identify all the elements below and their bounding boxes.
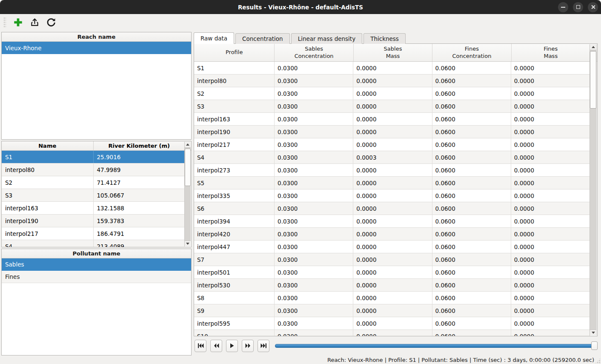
profile-table-row[interactable]: interpol8047.9989 [2, 163, 185, 176]
data-table-cell: 0.0000 [511, 253, 590, 266]
profile-table-row[interactable]: S4213.4089 [2, 240, 185, 247]
data-table-cell: interpol530 [194, 279, 275, 291]
data-table-row[interactable]: interpol1900.03000.00000.06000.0000 [194, 126, 590, 138]
data-table-row[interactable]: S70.03000.00000.06000.0000 [194, 253, 590, 266]
data-table-row[interactable]: interpol4200.03000.00000.06000.0000 [194, 228, 590, 241]
pollutant-panel-header: Pollutant name [2, 249, 191, 258]
data-table-cell: 0.0000 [353, 292, 432, 304]
data-table-cell: 0.0000 [511, 202, 590, 215]
data-table-row[interactable]: interpol3940.03000.00000.06000.0000 [194, 215, 590, 228]
scrollbar-thumb[interactable] [185, 149, 191, 186]
profile-table-row[interactable]: S125.9016 [2, 151, 185, 163]
scrollbar-thumb[interactable] [590, 51, 596, 109]
data-table-cell: 0.0300 [275, 87, 353, 100]
data-table-row[interactable]: S10.03000.00000.06000.0000 [194, 62, 590, 75]
data-table-cell: 0.0600 [432, 87, 511, 100]
close-button[interactable] [588, 2, 598, 12]
export-button[interactable] [29, 17, 40, 28]
time-slider[interactable] [275, 341, 597, 350]
data-column-header[interactable]: FinesConcentration [432, 44, 511, 61]
data-table-cell: 0.0000 [511, 75, 590, 87]
minimize-button[interactable] [558, 2, 568, 12]
reach-list-item[interactable]: Vieux-Rhone [2, 42, 191, 54]
data-table-cell: interpol163 [194, 113, 275, 125]
data-table-row[interactable]: interpol5950.03000.00000.06000.0000 [194, 317, 590, 330]
toolbar-drag-handle[interactable] [3, 17, 6, 28]
data-table-row[interactable]: S80.03000.00000.06000.0000 [194, 292, 590, 304]
data-table-row[interactable]: interpol2170.03000.00000.06000.0000 [194, 138, 590, 151]
profile-table-row[interactable]: S271.4127 [2, 176, 185, 189]
data-table-row[interactable]: S50.03000.00000.06000.0000 [194, 177, 590, 189]
refresh-button[interactable] [46, 17, 57, 28]
data-table-cell: interpol80 [194, 75, 275, 87]
fast-forward-button[interactable] [242, 340, 254, 352]
pollutant-list-item[interactable]: Sables [2, 258, 191, 271]
profile-table-row[interactable]: interpol217186.4791 [2, 227, 185, 240]
scroll-up-arrow[interactable] [590, 44, 596, 50]
data-table-cell: 0.0000 [353, 138, 432, 151]
data-table-cell: 0.0000 [353, 279, 432, 291]
data-table-row[interactable]: S90.03000.00000.06000.0000 [194, 304, 590, 317]
profile-table-cell: 71.4127 [94, 176, 185, 189]
profile-column-header[interactable]: River Kilometer (m) [94, 141, 185, 150]
data-table-cell: 0.0300 [275, 292, 353, 304]
profile-table-row[interactable]: interpol163132.1588 [2, 202, 185, 215]
data-table-cell: 0.0600 [432, 292, 511, 304]
data-table-cell: interpol335 [194, 189, 275, 202]
profile-table-scrollbar[interactable] [184, 142, 191, 246]
data-table-cell: 0.0000 [353, 126, 432, 138]
data-table-cell: interpol595 [194, 317, 275, 330]
data-column-header[interactable]: SablesMass [354, 44, 432, 61]
tab-concentration[interactable]: Concentration [235, 33, 290, 44]
data-column-header[interactable]: Profile [194, 44, 275, 61]
pollutant-list-item[interactable]: Fines [2, 271, 191, 283]
data-column-header[interactable]: SablesConcentration [275, 44, 353, 61]
close-icon [591, 5, 595, 9]
data-table-cell: 0.0600 [432, 241, 511, 253]
tab-linear-mass-density[interactable]: Linear mass density [291, 33, 363, 44]
time-slider-handle[interactable] [591, 341, 598, 350]
data-table-row[interactable]: interpol2730.03000.00000.06000.0000 [194, 164, 590, 177]
data-table-row[interactable]: interpol1630.03000.00000.06000.0000 [194, 113, 590, 126]
profile-table-cell: 186.4791 [94, 227, 185, 240]
data-table-cell: S7 [194, 253, 275, 266]
add-button[interactable] [12, 17, 23, 28]
app-window: Results - Vieux-Rhône - default-AdisTS [0, 0, 601, 364]
data-table-row[interactable]: S40.03000.00030.06000.0000 [194, 151, 590, 164]
tab-thickness[interactable]: Thickness [363, 33, 406, 44]
data-table-row[interactable]: interpol5300.03000.00000.06000.0000 [194, 279, 590, 292]
scroll-up-arrow[interactable] [185, 142, 191, 148]
data-table-row[interactable]: S30.03000.00000.06000.0000 [194, 100, 590, 113]
data-table-row[interactable]: S60.03000.00000.06000.0000 [194, 202, 590, 215]
profile-table-cell: interpol163 [2, 202, 94, 214]
scroll-down-arrow[interactable] [590, 330, 596, 335]
window-controls [558, 0, 598, 14]
scroll-down-arrow[interactable] [185, 241, 191, 246]
profile-column-header[interactable]: Name [2, 141, 94, 150]
data-table-row[interactable]: interpol3350.03000.00000.06000.0000 [194, 189, 590, 202]
data-table-head: ProfileSablesConcentrationSablesMassFine… [194, 44, 597, 62]
play-button[interactable] [226, 340, 238, 352]
data-table-row[interactable]: interpol4470.03000.00000.06000.0000 [194, 241, 590, 253]
data-table-cell: 0.0300 [275, 177, 353, 189]
data-column-header[interactable]: FinesMass [512, 44, 590, 61]
tab-raw-data[interactable]: Raw data [194, 32, 234, 44]
data-table-scrollbar[interactable] [590, 44, 597, 335]
data-table-row[interactable]: interpol5010.03000.00000.06000.0000 [194, 266, 590, 279]
data-table-cell: 0.0600 [432, 138, 511, 151]
data-table-row[interactable]: interpol800.03000.00000.06000.0000 [194, 75, 590, 87]
data-table-cell: 0.0300 [275, 164, 353, 176]
maximize-button[interactable] [573, 2, 583, 12]
data-table-row[interactable]: S20.03000.00000.06000.0000 [194, 87, 590, 100]
rewind-button[interactable] [210, 340, 222, 352]
data-table-cell: 0.0000 [353, 100, 432, 112]
data-table-row[interactable]: S100.03000.00000.06000.0000 [194, 330, 590, 336]
skip-to-start-button[interactable] [195, 340, 206, 352]
rewind-icon [214, 343, 219, 348]
time-slider-groove[interactable] [275, 344, 597, 348]
profile-table-row[interactable]: S3105.0667 [2, 189, 185, 202]
profile-table-row[interactable]: interpol190159.3783 [2, 215, 185, 227]
skip-to-end-button[interactable] [258, 340, 269, 352]
data-table-cell: 0.0600 [432, 164, 511, 176]
data-table-cell: 0.0000 [511, 151, 590, 163]
